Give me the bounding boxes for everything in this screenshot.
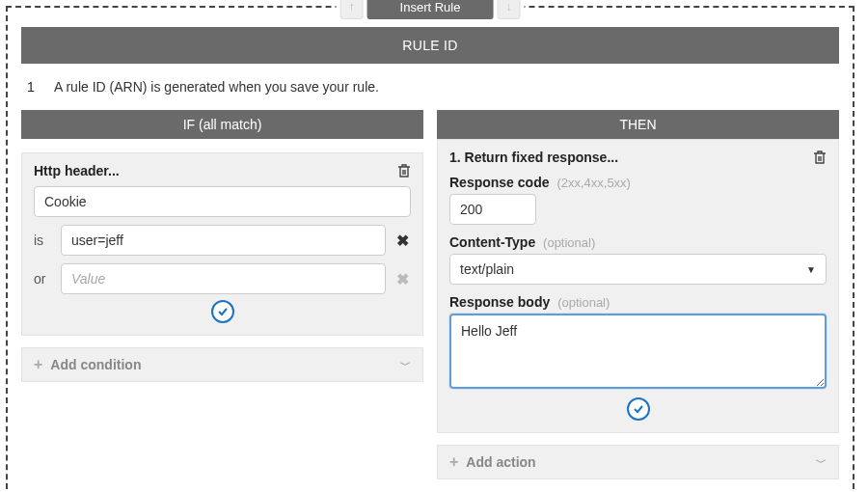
if-column-header: IF (all match) (21, 110, 423, 139)
rule-id-info-text: A rule ID (ARN) is generated when you sa… (54, 79, 379, 95)
action-panel: 1. Return fixed response... Response cod… (437, 139, 839, 433)
condition-panel: Http header... is ✖ (21, 152, 423, 336)
rule-id-info-row: 1 A rule ID (ARN) is generated when you … (21, 64, 839, 110)
add-action-label: Add action (466, 454, 535, 470)
confirm-action-button[interactable] (627, 397, 650, 421)
http-header-name-input[interactable] (34, 186, 411, 217)
add-action-button[interactable]: + Add action ﹀ (437, 445, 839, 479)
insert-rule-label: Insert Rule (400, 0, 461, 14)
chevron-down-icon: ﹀ (400, 358, 411, 372)
delete-condition-button[interactable] (397, 163, 411, 178)
response-code-input[interactable] (449, 194, 536, 225)
arrow-down-icon: ↓ (505, 0, 511, 14)
trash-icon (397, 163, 411, 178)
response-body-input[interactable] (449, 314, 827, 389)
insert-rule-bar: ↑ Insert Rule ↓ (337, 0, 525, 19)
content-type-select[interactable]: text/plain ▼ (449, 254, 827, 285)
response-body-label: Response body (optional) (449, 294, 827, 310)
content-type-label: Content-Type (optional) (449, 234, 827, 250)
check-icon (217, 306, 229, 317)
chevron-down-icon: ﹀ (816, 455, 827, 470)
delete-action-button[interactable] (813, 150, 827, 165)
plus-icon: + (34, 356, 42, 373)
add-condition-label: Add condition (50, 357, 141, 372)
plus-icon: + (449, 453, 458, 471)
rule-editor-card: ↑ Insert Rule ↓ RULE ID 1 A rule ID (ARN… (6, 6, 854, 492)
add-condition-button[interactable]: + Add condition ﹀ (21, 347, 423, 382)
then-column-header-label: THEN (619, 117, 656, 132)
action-title: 1. Return fixed response... (449, 150, 618, 165)
content-type-value: text/plain (460, 261, 514, 277)
response-body-hint: (optional) (557, 295, 610, 310)
rule-id-header: RULE ID (21, 27, 839, 64)
trash-icon (813, 150, 827, 165)
remove-or-value-button[interactable]: ✖ (393, 270, 411, 288)
move-rule-up-button[interactable]: ↑ (340, 0, 364, 19)
action-title-text: 1. Return fixed response... (449, 150, 618, 165)
then-column: THEN 1. Return fixed response... Resp (437, 110, 839, 479)
rule-id-header-label: RULE ID (402, 38, 457, 53)
or-label: or (34, 271, 53, 287)
move-rule-down-button[interactable]: ↓ (497, 0, 520, 19)
content-type-hint: (optional) (543, 235, 595, 250)
header-value-or-input[interactable] (61, 263, 386, 294)
confirm-condition-button[interactable] (211, 300, 234, 323)
condition-title-text: Http header... (34, 163, 120, 178)
if-column: IF (all match) Http header... is (21, 110, 423, 479)
rule-columns: IF (all match) Http header... is (21, 110, 839, 479)
check-icon (633, 403, 644, 415)
remove-value-button[interactable]: ✖ (393, 232, 411, 250)
then-column-header: THEN (437, 110, 839, 139)
header-value-is-input[interactable] (61, 225, 386, 256)
is-label: is (34, 232, 53, 248)
response-code-label: Response code (2xx,4xx,5xx) (449, 175, 827, 190)
if-column-header-label: IF (all match) (183, 117, 262, 132)
caret-down-icon: ▼ (806, 264, 816, 275)
arrow-up-icon: ↑ (349, 0, 355, 14)
rule-number: 1 (27, 79, 54, 95)
condition-title: Http header... (34, 163, 120, 178)
response-code-hint: (2xx,4xx,5xx) (556, 176, 631, 190)
insert-rule-button[interactable]: Insert Rule (367, 0, 494, 19)
